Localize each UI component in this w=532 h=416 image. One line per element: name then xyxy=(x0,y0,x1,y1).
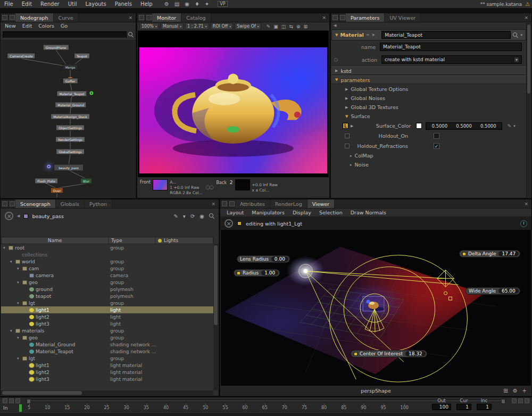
graph-node[interactable]: MaterialAssign_Stack xyxy=(51,114,90,120)
goto-node-icon[interactable]: ➤ xyxy=(372,32,376,37)
target-icon[interactable] xyxy=(296,24,301,29)
kstd-section[interactable]: ▶ kstd xyxy=(331,66,531,75)
param-default-icon[interactable] xyxy=(345,134,350,138)
tab[interactable]: Viewer xyxy=(307,199,335,208)
frame-number[interactable]: 5 xyxy=(28,405,30,410)
scenegraph-row[interactable]: light2 light material xyxy=(1,369,213,376)
panel-options-icon[interactable] xyxy=(222,201,227,206)
history-back-icon[interactable]: ◀ xyxy=(17,214,20,218)
node-search-input[interactable] xyxy=(3,31,127,38)
frame-number[interactable]: 25 xyxy=(104,405,109,410)
power-icon[interactable] xyxy=(200,213,204,219)
graph-node[interactable]: CameraCreate xyxy=(7,53,35,59)
color-swatch[interactable] xyxy=(416,123,422,129)
tab[interactable]: UV Viewer xyxy=(385,13,421,22)
param-state-icon[interactable] xyxy=(334,58,338,62)
frame-number[interactable]: 35 xyxy=(144,405,149,410)
history-back-icon[interactable]: ◀ xyxy=(334,23,336,28)
close-panel-icon[interactable]: × xyxy=(319,13,329,22)
param-group[interactable]: ▶ Global Texture Options xyxy=(331,85,531,94)
expander-icon[interactable] xyxy=(17,301,22,305)
working-set-icon[interactable] xyxy=(225,219,233,228)
column-lights[interactable]: Lights xyxy=(155,237,213,244)
scenegraph-row[interactable]: materials group xyxy=(1,327,213,334)
swap-icon[interactable] xyxy=(289,24,293,29)
out-frame-field[interactable]: 100 xyxy=(432,404,451,410)
loop-icon[interactable] xyxy=(9,398,14,403)
nodegraph-menu-item[interactable]: Go xyxy=(61,23,68,29)
camera-name[interactable]: perspShape xyxy=(361,388,391,394)
power-icon[interactable] xyxy=(520,220,527,227)
menubar-item[interactable]: Panels xyxy=(111,1,136,7)
tab[interactable]: Nodegraph xyxy=(15,13,54,22)
scenegraph-row[interactable]: camera camera xyxy=(1,272,213,279)
plus-icon[interactable] xyxy=(522,388,527,394)
menubar-item[interactable]: Help xyxy=(136,1,157,7)
expander-icon[interactable] xyxy=(17,356,22,361)
scrollbar-horizontal[interactable] xyxy=(1,390,213,395)
speaker-icon[interactable] xyxy=(195,1,200,7)
scenegraph-row[interactable]: geo group xyxy=(1,334,213,341)
nodegraph-canvas[interactable]: GroundPlane CameraCreate Teapot xyxy=(1,40,135,197)
tab[interactable]: Parameters xyxy=(346,13,385,22)
scenegraph-row[interactable]: ground polymesh xyxy=(1,286,213,293)
step-back-icon[interactable] xyxy=(512,398,517,403)
tab[interactable]: Curve xyxy=(54,13,79,22)
holdout-on-checkbox[interactable] xyxy=(434,133,439,139)
pen-icon[interactable] xyxy=(267,24,271,29)
panel-split-icon[interactable] xyxy=(10,201,15,206)
viewer-menu-item[interactable]: Manipulators xyxy=(252,210,285,215)
grid-icon[interactable] xyxy=(303,24,307,29)
tab[interactable]: Scenegraph xyxy=(15,199,56,208)
frame-number[interactable]: 65 xyxy=(262,405,268,410)
increment-field[interactable]: 1 xyxy=(477,404,492,410)
panel-split-icon[interactable] xyxy=(10,15,15,20)
warning-icon[interactable]: ⚠ xyxy=(525,1,532,7)
panel-split-icon[interactable] xyxy=(146,15,152,20)
scenegraph-row[interactable]: cam group xyxy=(1,265,213,272)
frame-ruler[interactable]: 5101520253035404550556065707580859095100 xyxy=(28,405,409,410)
tab[interactable]: Attributes xyxy=(235,199,270,208)
graph-node[interactable]: Gaffer xyxy=(63,78,78,84)
scenegraph-row[interactable]: Material_Teapot shading network ... xyxy=(1,348,213,355)
play-controls-icon[interactable] xyxy=(3,398,7,403)
frame-number[interactable]: 10 xyxy=(45,405,50,410)
current-pass-name[interactable]: beauty_pass xyxy=(32,213,64,219)
panel-split-icon[interactable] xyxy=(229,201,235,206)
viewer-menu-item[interactable]: Layout xyxy=(227,210,244,215)
node-name-display[interactable]: Material_Teapot xyxy=(381,31,511,39)
nodegraph-menu-item[interactable]: Edit xyxy=(22,23,32,29)
manipulator-readout[interactable]: Delta Angle 17.47 xyxy=(459,250,520,257)
holdout-refractions-checkbox[interactable]: ✓ xyxy=(434,143,439,149)
column-type[interactable]: Type xyxy=(108,237,155,244)
power-icon[interactable] xyxy=(185,1,189,7)
wrench-icon[interactable] xyxy=(205,1,209,7)
front-buffer-info[interactable]: A... 1 +0.0 Inf Raw RGBA 2.8x Col... xyxy=(170,178,203,196)
close-panel-icon[interactable]: × xyxy=(208,199,219,208)
expander-icon[interactable] xyxy=(10,260,15,264)
expand-icon[interactable]: ▶ xyxy=(351,124,353,128)
graph-node[interactable]: Teapot xyxy=(74,53,90,59)
material-node-header[interactable]: ▼ Material ∞ ➤ Material_Teapot ▾ xyxy=(331,29,526,40)
gear-icon[interactable] xyxy=(164,1,169,7)
frame-number[interactable]: 50 xyxy=(203,405,208,410)
scenegraph-row[interactable]: teapot polymesh xyxy=(1,293,213,299)
back-buffer-info[interactable]: +0.0 Inf Raw x a Col... xyxy=(252,178,278,196)
frame-number[interactable]: 75 xyxy=(302,405,307,410)
panel-options-icon[interactable] xyxy=(332,15,338,20)
frame-number[interactable]: 30 xyxy=(124,405,129,410)
graph-node[interactable]: Material_Teapot xyxy=(56,91,87,97)
pen-icon[interactable] xyxy=(508,123,512,129)
graph-node[interactable]: GlobalSettings xyxy=(56,149,85,155)
expander-icon[interactable] xyxy=(17,280,22,285)
scenegraph-row[interactable]: collections xyxy=(1,251,213,258)
monitor-dropdown[interactable]: ROI Off xyxy=(211,23,234,30)
frame-number[interactable]: 95 xyxy=(380,405,386,410)
frame-number[interactable]: 60 xyxy=(242,405,247,410)
param-group[interactable]: ▶ Global 3D Textures xyxy=(331,103,531,112)
menubar-item[interactable]: File xyxy=(0,1,18,7)
manipulator-readout[interactable]: Wide Angle 65.00 xyxy=(466,287,520,295)
graph-node[interactable]: ObjectSettings xyxy=(56,125,85,131)
scrollbar-vertical[interactable] xyxy=(213,244,218,390)
graph-node[interactable]: Flash_Plate xyxy=(35,178,58,184)
